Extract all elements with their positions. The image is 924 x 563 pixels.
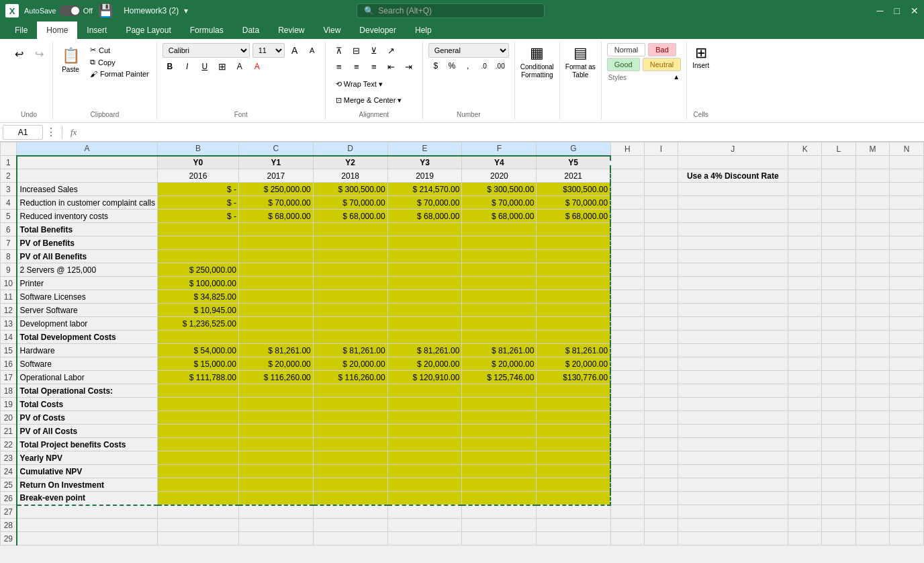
cell-16-2[interactable]: $ 15,000.00 xyxy=(158,357,239,371)
cell-17-11[interactable] xyxy=(788,371,821,384)
cell-14-14[interactable] xyxy=(890,331,924,344)
cell-3-7[interactable]: $300,500.00 xyxy=(537,183,610,196)
cell-21-7[interactable] xyxy=(537,425,610,438)
formula-fx-button[interactable]: fx xyxy=(68,127,79,138)
cell-15-11[interactable] xyxy=(788,344,821,357)
cell-28-13[interactable] xyxy=(856,519,890,532)
cell-19-3[interactable] xyxy=(238,398,313,411)
decrease-decimal-button[interactable]: .0 xyxy=(477,59,492,73)
cell-6-9[interactable] xyxy=(645,223,678,236)
cell-25-6[interactable] xyxy=(462,478,537,492)
cell-19-6[interactable] xyxy=(462,398,537,411)
merge-center-button[interactable]: ⊡ Merge & Center ▾ xyxy=(331,93,407,107)
cell-7-13[interactable] xyxy=(856,236,890,250)
cell-9-5[interactable] xyxy=(387,263,462,277)
cell-27-1[interactable] xyxy=(17,505,158,519)
cell-17-4[interactable]: $ 116,260.00 xyxy=(313,371,387,384)
row-header-29[interactable]: 29 xyxy=(1,532,17,546)
row-header-18[interactable]: 18 xyxy=(1,384,17,398)
cell-1-5[interactable]: Y3 xyxy=(387,156,462,169)
cell-2-9[interactable] xyxy=(645,169,678,183)
cell-27-11[interactable] xyxy=(788,505,821,519)
fill-color-button[interactable]: A xyxy=(232,59,247,74)
autosave-toggle[interactable] xyxy=(59,5,81,16)
cell-5-12[interactable] xyxy=(822,210,856,223)
row-header-27[interactable]: 27 xyxy=(1,505,17,519)
row-header-23[interactable]: 23 xyxy=(1,451,17,465)
cell-27-3[interactable] xyxy=(238,505,313,519)
cell-16-5[interactable]: $ 20,000.00 xyxy=(387,357,462,371)
cell-26-2[interactable] xyxy=(158,492,239,505)
cell-2-4[interactable]: 2018 xyxy=(313,169,387,183)
cell-16-8[interactable] xyxy=(610,357,645,371)
cell-10-13[interactable] xyxy=(856,277,890,290)
cell-2-1[interactable] xyxy=(17,169,158,183)
cell-21-3[interactable] xyxy=(238,425,313,438)
cell-11-11[interactable] xyxy=(788,290,821,304)
col-header-L[interactable]: L xyxy=(822,142,856,156)
tab-data[interactable]: Data xyxy=(233,21,269,39)
cell-22-14[interactable] xyxy=(890,438,924,451)
cell-8-10[interactable] xyxy=(678,250,788,263)
cell-8-6[interactable] xyxy=(462,250,537,263)
cell-18-14[interactable] xyxy=(890,384,924,398)
col-header-D[interactable]: D xyxy=(313,142,387,156)
cell-15-6[interactable]: $ 81,261.00 xyxy=(462,344,537,357)
cell-25-1[interactable]: Return On Investment xyxy=(17,478,158,492)
cell-3-4[interactable]: $ 300,500.00 xyxy=(313,183,387,196)
cell-6-10[interactable] xyxy=(678,223,788,236)
cell-10-14[interactable] xyxy=(890,277,924,290)
cell-7-3[interactable] xyxy=(238,236,313,250)
cell-25-14[interactable] xyxy=(890,478,924,492)
cell-24-11[interactable] xyxy=(788,465,821,478)
cell-10-12[interactable] xyxy=(822,277,856,290)
col-header-J[interactable]: J xyxy=(678,142,788,156)
increase-decimal-button[interactable]: .00 xyxy=(493,59,508,73)
cell-6-13[interactable] xyxy=(856,223,890,236)
align-center-button[interactable]: ≡ xyxy=(349,59,365,74)
cell-5-10[interactable] xyxy=(678,210,788,223)
save-icon[interactable]: 💾 xyxy=(98,3,113,18)
cell-20-9[interactable] xyxy=(645,411,678,425)
wrap-text-button[interactable]: ⟲ Wrap Text ▾ xyxy=(331,77,387,91)
cell-13-9[interactable] xyxy=(645,317,678,331)
cell-15-12[interactable] xyxy=(822,344,856,357)
cell-28-11[interactable] xyxy=(788,519,821,532)
cell-25-4[interactable] xyxy=(313,478,387,492)
cell-8-4[interactable] xyxy=(313,250,387,263)
cell-11-3[interactable] xyxy=(238,290,313,304)
cell-8-11[interactable] xyxy=(788,250,821,263)
cell-19-9[interactable] xyxy=(645,398,678,411)
cell-15-3[interactable]: $ 81,261.00 xyxy=(238,344,313,357)
cell-27-14[interactable] xyxy=(890,505,924,519)
tab-formulas[interactable]: Formulas xyxy=(181,21,233,39)
maximize-btn[interactable]: □ xyxy=(894,5,900,16)
cell-18-5[interactable] xyxy=(387,384,462,398)
cell-29-2[interactable] xyxy=(158,532,239,546)
cell-9-11[interactable] xyxy=(788,263,821,277)
cell-19-10[interactable] xyxy=(678,398,788,411)
cell-25-10[interactable] xyxy=(678,478,788,492)
search-bar[interactable]: 🔍 Search (Alt+Q) xyxy=(357,3,545,18)
cell-20-4[interactable] xyxy=(313,411,387,425)
cell-26-7[interactable] xyxy=(537,492,610,505)
row-header-9[interactable]: 9 xyxy=(1,263,17,277)
cell-10-1[interactable]: Printer xyxy=(17,277,158,290)
format-as-table-button[interactable]: ▤ xyxy=(573,44,588,62)
cell-7-11[interactable] xyxy=(788,236,821,250)
cell-1-9[interactable] xyxy=(645,156,678,169)
cell-22-7[interactable] xyxy=(537,438,610,451)
cell-12-7[interactable] xyxy=(537,304,610,317)
bold-button[interactable]: B xyxy=(163,59,177,74)
cell-11-12[interactable] xyxy=(822,290,856,304)
cell-28-1[interactable] xyxy=(17,519,158,532)
cell-27-5[interactable] xyxy=(387,505,462,519)
cell-1-10[interactable] xyxy=(678,156,788,169)
cell-6-11[interactable] xyxy=(788,223,821,236)
cell-12-12[interactable] xyxy=(822,304,856,317)
cell-5-4[interactable]: $ 68,000.00 xyxy=(313,210,387,223)
cell-4-11[interactable] xyxy=(788,196,821,210)
currency-button[interactable]: $ xyxy=(428,59,443,73)
cell-8-13[interactable] xyxy=(856,250,890,263)
tab-page-layout[interactable]: Page Layout xyxy=(116,21,180,39)
